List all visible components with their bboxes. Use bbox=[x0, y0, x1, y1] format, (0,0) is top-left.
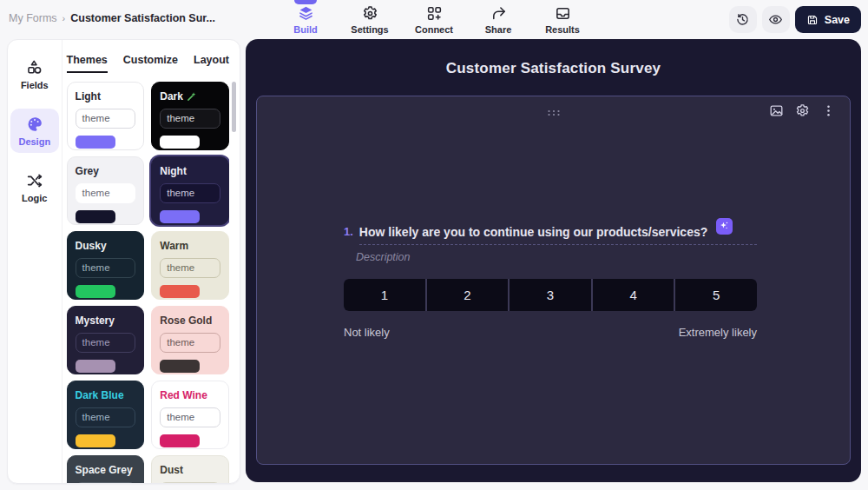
rating-scale-cell-3[interactable]: 3 bbox=[510, 279, 591, 311]
image-icon[interactable] bbox=[769, 103, 784, 118]
theme-card-space-grey[interactable]: Space Grey theme bbox=[67, 455, 145, 483]
comet-icon bbox=[187, 91, 197, 102]
topnav-share-label: Share bbox=[485, 24, 512, 35]
theme-card-light[interactable]: Light theme bbox=[67, 82, 145, 150]
theme-swatch bbox=[160, 136, 200, 149]
theme-input-preview: theme bbox=[160, 482, 220, 483]
theme-swatch bbox=[160, 434, 200, 447]
topnav-results-label: Results bbox=[545, 24, 580, 35]
theme-swatch bbox=[76, 285, 115, 298]
sidebar-item-logic[interactable]: Logic bbox=[10, 165, 59, 209]
theme-swatch bbox=[76, 210, 115, 223]
tab-layout[interactable]: Layout bbox=[194, 54, 229, 73]
form-preview: Customer Satisfaction Survey 1. How like… bbox=[246, 39, 861, 482]
topnav-build-label: Build bbox=[293, 24, 318, 35]
save-icon bbox=[806, 14, 819, 26]
eye-icon bbox=[768, 12, 783, 27]
palette-icon bbox=[26, 116, 43, 133]
kebab-menu-icon[interactable] bbox=[821, 103, 836, 118]
theme-card-red-wine[interactable]: Red Wine theme bbox=[151, 381, 229, 449]
rating-scale-cell-2[interactable]: 2 bbox=[427, 279, 509, 311]
topnav-share[interactable]: Share bbox=[473, 5, 523, 35]
theme-name: Grey bbox=[76, 165, 136, 177]
theme-input-preview: theme bbox=[76, 183, 136, 203]
themes-tab-bar: ThemesCustomizeLayout bbox=[67, 54, 229, 73]
breadcrumb-current-form: Customer Satisfaction Sur... bbox=[70, 12, 215, 24]
design-panel: Fields Design Logic ThemesCustomizeLayou… bbox=[7, 39, 240, 484]
drag-handle-icon[interactable] bbox=[545, 104, 562, 122]
topnav-settings[interactable]: Settings bbox=[345, 5, 395, 35]
rating-scale: 12345 bbox=[344, 279, 757, 311]
theme-grid: Light theme Dark theme Grey theme Night … bbox=[67, 82, 229, 483]
history-button[interactable] bbox=[729, 6, 757, 33]
theme-name: Light bbox=[76, 90, 136, 103]
question-card[interactable]: 1. How likely are you to continue using … bbox=[256, 96, 851, 465]
theme-name: Red Wine bbox=[160, 389, 220, 401]
theme-name: Dust bbox=[160, 464, 220, 476]
share-icon bbox=[490, 5, 507, 22]
theme-input-preview: theme bbox=[76, 258, 136, 278]
sidebar-item-design[interactable]: Design bbox=[10, 109, 59, 153]
theme-name: Rose Gold bbox=[160, 315, 220, 327]
theme-input-preview: theme bbox=[76, 482, 136, 483]
sidebar-item-fields[interactable]: Fields bbox=[10, 52, 59, 96]
theme-card-grey[interactable]: Grey theme bbox=[67, 156, 145, 225]
gear-icon[interactable] bbox=[795, 103, 810, 118]
sparkle-ai-icon bbox=[718, 220, 731, 233]
topnav-connect[interactable]: Connect bbox=[409, 5, 459, 35]
sidebar-item-design-label: Design bbox=[18, 136, 50, 147]
theme-card-dusky[interactable]: Dusky theme bbox=[67, 231, 145, 300]
question-description-placeholder[interactable]: Description bbox=[356, 251, 757, 263]
question-text[interactable]: How likely are you to continue using our… bbox=[359, 225, 707, 239]
theme-card-dark-blue[interactable]: Dark Blue theme bbox=[67, 381, 145, 449]
theme-swatch bbox=[76, 434, 115, 447]
theme-input-preview: theme bbox=[160, 407, 220, 427]
rating-scale-cell-5[interactable]: 5 bbox=[675, 279, 757, 311]
theme-swatch bbox=[160, 285, 200, 298]
question-text-field[interactable]: How likely are you to continue using our… bbox=[359, 223, 757, 245]
sidebar-item-fields-label: Fields bbox=[21, 80, 49, 90]
theme-card-rose-gold[interactable]: Rose Gold theme bbox=[151, 306, 229, 374]
top-nav: Build Settings Connect Share Results bbox=[280, 5, 588, 35]
topnav-connect-label: Connect bbox=[415, 24, 453, 35]
breadcrumb-separator-icon: › bbox=[62, 13, 66, 23]
topbar-actions: Save bbox=[729, 6, 861, 33]
theme-card-dark[interactable]: Dark theme bbox=[151, 82, 229, 150]
panel-scrollbar[interactable] bbox=[232, 82, 236, 132]
tab-customize[interactable]: Customize bbox=[123, 54, 178, 73]
tab-themes[interactable]: Themes bbox=[67, 54, 108, 73]
theme-name: Night bbox=[160, 165, 220, 177]
preview-button[interactable] bbox=[762, 6, 790, 33]
grid-plus-icon bbox=[426, 5, 443, 22]
question-card-header bbox=[257, 96, 850, 126]
theme-input-preview: theme bbox=[76, 407, 136, 427]
topnav-build[interactable]: Build bbox=[280, 5, 331, 35]
theme-name: Dusky bbox=[76, 240, 136, 252]
active-tab-indicator bbox=[294, 0, 317, 4]
theme-input-preview: theme bbox=[160, 183, 220, 203]
theme-card-night[interactable]: Night theme bbox=[151, 156, 229, 225]
shapes-icon bbox=[26, 59, 43, 76]
theme-input-preview: theme bbox=[76, 109, 136, 129]
theme-name: Dark bbox=[160, 90, 220, 103]
theme-name: Warm bbox=[160, 240, 220, 252]
ai-assist-button[interactable] bbox=[716, 218, 733, 235]
gear-icon bbox=[362, 5, 378, 22]
topbar: My Forms › Customer Satisfaction Sur... … bbox=[0, 0, 868, 39]
theme-swatch bbox=[76, 360, 115, 373]
layers-icon bbox=[298, 5, 314, 22]
theme-card-dust[interactable]: Dust theme bbox=[151, 455, 229, 483]
question-row: 1. How likely are you to continue using … bbox=[344, 223, 757, 245]
theme-card-warm[interactable]: Warm theme bbox=[151, 231, 229, 300]
topnav-results[interactable]: Results bbox=[537, 5, 588, 35]
breadcrumb: My Forms › Customer Satisfaction Sur... bbox=[9, 12, 215, 24]
rating-scale-cell-1[interactable]: 1 bbox=[344, 279, 425, 311]
breadcrumb-my-forms[interactable]: My Forms bbox=[9, 12, 57, 24]
theme-swatch bbox=[160, 360, 200, 373]
question-number: 1. bbox=[344, 223, 353, 241]
themes-pane: ThemesCustomizeLayout Light theme Dark t… bbox=[62, 40, 240, 483]
theme-card-mystery[interactable]: Mystery theme bbox=[67, 306, 145, 374]
theme-swatch bbox=[76, 136, 115, 149]
rating-scale-cell-4[interactable]: 4 bbox=[593, 279, 674, 311]
save-button[interactable]: Save bbox=[795, 6, 861, 33]
